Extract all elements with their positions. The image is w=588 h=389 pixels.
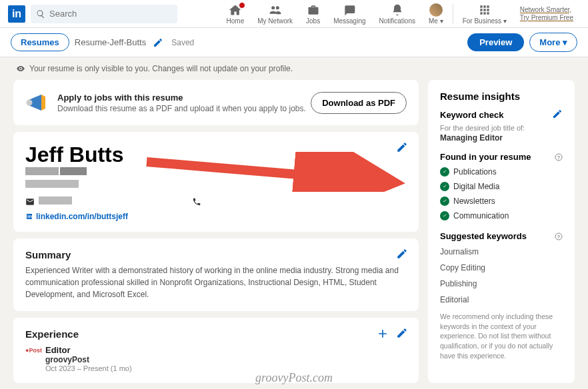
privacy-notice: Your resume is only visible to you. Chan…: [0, 57, 588, 80]
resume-name: Resume-Jeff-Butts: [75, 37, 146, 47]
keyword-check-heading: Keyword check: [440, 109, 563, 121]
keyword-item: Communication: [440, 208, 563, 223]
pencil-icon: [396, 248, 408, 260]
edit-keyword-button[interactable]: [552, 109, 563, 121]
experience-dates: Oct 2023 – Present (1 mo): [45, 364, 132, 372]
redacted-text: [60, 167, 87, 175]
linkedin-url[interactable]: linkedin.com/in/buttsjeff: [25, 212, 407, 221]
eye-icon: [16, 64, 25, 73]
more-button[interactable]: More ▾: [529, 33, 577, 52]
experience-card: Experience ●Post Editor groovyPost Oct 2…: [13, 318, 419, 383]
help-icon[interactable]: ?: [555, 232, 563, 240]
profile-card: Jeff Butts linkedin.com/in/buttsjeff: [13, 132, 419, 232]
briefcase-icon: [307, 3, 320, 17]
redacted-email: [39, 196, 72, 204]
nav-me[interactable]: Me ▾: [422, 3, 450, 25]
linkedin-logo[interactable]: in: [8, 5, 25, 23]
megaphone-icon: [25, 91, 49, 115]
nav-business[interactable]: For Business ▾: [456, 3, 513, 25]
summary-title: Summary: [25, 249, 407, 260]
found-keywords-list: Publications Digital Media Newsletters C…: [440, 165, 563, 223]
save-status: Saved: [171, 38, 194, 47]
summary-body: Experienced Writer with a demonstrated h…: [25, 264, 407, 300]
nav-items: Home My Network Jobs Messaging Notificat…: [220, 3, 580, 25]
grid-icon: [478, 3, 491, 17]
bell-icon: [391, 3, 404, 17]
nav-home[interactable]: Home: [220, 3, 251, 25]
keyword-item: Newsletters: [440, 194, 563, 208]
insights-panel: Resume insights Keyword check For the de…: [428, 80, 575, 383]
search-box[interactable]: [31, 5, 177, 23]
main-content: Apply to jobs with this resume Download …: [0, 80, 588, 389]
redacted-text: [25, 180, 79, 188]
suggested-hint: We recommend only including these keywor…: [440, 312, 563, 360]
edit-summary-button[interactable]: [396, 248, 408, 262]
people-icon: [269, 3, 282, 17]
breadcrumb-bar: Resumes Resume-Jeff-Butts Saved Preview …: [0, 28, 588, 57]
keyword-item: Publications: [440, 165, 563, 179]
suggested-heading: Suggested keywords ?: [440, 231, 563, 241]
found-heading: Found in your resume ?: [440, 152, 563, 162]
suggested-item: Publishing: [440, 276, 563, 292]
nav-premium[interactable]: Network Smarter, Try Premium Free: [513, 6, 580, 22]
avatar-icon: [429, 3, 443, 17]
left-column: Apply to jobs with this resume Download …: [13, 80, 419, 383]
experience-item: ●Post Editor groovyPost Oct 2023 – Prese…: [25, 345, 407, 372]
pencil-icon: [396, 141, 408, 153]
watermark: groovyPost.com: [255, 371, 333, 385]
apply-title: Apply to jobs with this resume: [57, 93, 306, 103]
svg-point-0: [27, 100, 33, 106]
company-logo: ●Post: [25, 345, 40, 356]
phone-icon: [192, 197, 201, 206]
notification-badge: [239, 2, 245, 9]
nav-jobs[interactable]: Jobs: [299, 3, 327, 25]
search-input[interactable]: [49, 9, 172, 19]
svg-text:?: ?: [557, 234, 560, 238]
profile-name: Jeff Butts: [25, 143, 407, 167]
keyword-item: Digital Media: [440, 179, 563, 194]
preview-button[interactable]: Preview: [467, 33, 524, 51]
suggested-keywords-list: Journalism Copy Editing Publishing Edito…: [440, 244, 563, 308]
experience-title: Experience: [25, 328, 407, 340]
pencil-icon[interactable]: [153, 37, 163, 48]
apply-card: Apply to jobs with this resume Download …: [13, 80, 419, 125]
help-icon[interactable]: ?: [555, 153, 563, 161]
plus-icon: [376, 327, 389, 340]
suggested-item: Editorial: [440, 292, 563, 308]
nav-divider: [453, 4, 453, 24]
suggested-item: Journalism: [440, 244, 563, 260]
job-title: Managing Editor: [440, 133, 563, 143]
mail-icon: [25, 197, 35, 206]
download-pdf-button[interactable]: Download as PDF: [311, 92, 407, 114]
experience-role: Editor: [45, 345, 132, 355]
desired-subtitle: For the desired job title of:: [440, 124, 563, 132]
summary-card: Summary Experienced Writer with a demons…: [13, 238, 419, 311]
experience-company: groovyPost: [45, 355, 132, 364]
suggested-item: Copy Editing: [440, 260, 563, 276]
nav-messaging[interactable]: Messaging: [327, 3, 372, 25]
edit-experience-button[interactable]: [396, 327, 408, 342]
top-navigation: in Home My Network Jobs Messaging Notifi…: [0, 0, 588, 28]
nav-network[interactable]: My Network: [251, 3, 299, 25]
message-icon: [343, 3, 356, 17]
linkedin-icon: [25, 212, 33, 220]
search-icon: [36, 9, 45, 19]
insights-title: Resume insights: [440, 91, 563, 102]
add-experience-button[interactable]: [376, 327, 389, 343]
pencil-icon: [396, 327, 408, 339]
edit-profile-button[interactable]: [396, 141, 408, 156]
apply-subtitle: Download this resume as a PDF and upload…: [57, 104, 306, 113]
nav-notifications[interactable]: Notifications: [373, 3, 422, 25]
redacted-text: [25, 167, 59, 175]
resumes-pill[interactable]: Resumes: [11, 33, 69, 51]
privacy-text: Your resume is only visible to you. Chan…: [29, 64, 293, 73]
svg-text:?: ?: [557, 155, 560, 159]
pencil-icon: [552, 109, 563, 119]
